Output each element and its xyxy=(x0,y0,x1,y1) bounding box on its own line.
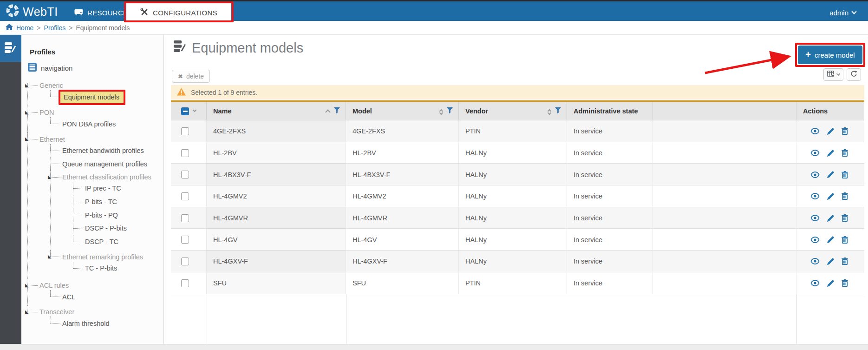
nav-tab-configurations[interactable]: CONFIGURATIONS xyxy=(126,3,231,22)
sort-asc-icon[interactable] xyxy=(325,109,330,114)
eye-icon[interactable] xyxy=(810,172,820,178)
trash-icon[interactable] xyxy=(842,171,848,178)
tree-node-transceiver[interactable]: ◣Transceiver Alarm threshold xyxy=(32,305,163,332)
tree-node-tc-p-bits[interactable]: TC - P-bits xyxy=(78,262,163,275)
tree-node-ethernet-remarking-profiles[interactable]: ◣Ethernet remarking profiles TC - P-bits xyxy=(55,250,163,277)
trash-icon[interactable] xyxy=(842,279,848,287)
tree-expander-icon[interactable]: ◣ xyxy=(48,252,52,261)
sort-icon[interactable] xyxy=(548,108,551,114)
tree-node-queue-management-profiles[interactable]: Queue management profiles xyxy=(55,157,163,171)
row-checkbox[interactable] xyxy=(181,236,189,244)
funnel-icon[interactable] xyxy=(334,107,340,115)
tree-expander-icon[interactable]: ◣ xyxy=(25,81,29,90)
pencil-icon[interactable] xyxy=(827,150,834,157)
pencil-icon[interactable] xyxy=(827,236,834,243)
column-header-name[interactable]: Name xyxy=(207,102,346,120)
tree-node-ip-prec-tc[interactable]: IP prec - TC xyxy=(78,182,163,195)
tree-node-ethernet-classification-profiles[interactable]: ◣Ethernet classification profiles IP pre… xyxy=(55,171,163,251)
eye-icon[interactable] xyxy=(810,237,820,243)
row-checkbox[interactable] xyxy=(181,279,189,287)
columns-button[interactable] xyxy=(823,68,843,81)
cell-name: HL-4GXV-F xyxy=(207,251,346,272)
cell-model: HL-4GV xyxy=(346,229,459,251)
tree-node-pon-dba-profiles[interactable]: PON DBA profiles xyxy=(55,117,163,131)
chevron-down-icon[interactable] xyxy=(193,108,196,112)
row-checkbox[interactable] xyxy=(181,149,189,157)
select-all-checkbox[interactable] xyxy=(181,107,189,115)
tree-node-acl-rules[interactable]: ◣ACL rules ACL xyxy=(32,279,163,305)
profiles-icon xyxy=(174,40,187,56)
trash-icon[interactable] xyxy=(842,192,848,200)
eye-icon[interactable] xyxy=(810,280,820,286)
eye-icon[interactable] xyxy=(810,193,820,199)
tree-node-alarm-threshold[interactable]: Alarm threshold xyxy=(55,317,163,330)
tree-node-pon[interactable]: ◣PON PON DBA profiles xyxy=(32,106,163,132)
tree-node-equipment-models[interactable]: Equipment models xyxy=(55,90,163,104)
pencil-icon[interactable] xyxy=(827,280,834,287)
trash-icon[interactable] xyxy=(842,127,848,135)
eye-icon[interactable] xyxy=(810,128,820,134)
tree-node-dscp-tc[interactable]: DSCP - TC xyxy=(78,235,163,249)
sidebar-item-navigation[interactable]: navigation xyxy=(28,63,163,73)
chevron-down-icon xyxy=(836,72,840,75)
column-separator[interactable] xyxy=(796,294,797,344)
tree-node-acl[interactable]: ACL xyxy=(55,290,163,304)
tree-expander-icon[interactable]: ◣ xyxy=(25,134,29,144)
column-header-state[interactable]: Administrative state xyxy=(567,102,653,120)
tree-node-dscp-p-bits[interactable]: DSCP - P-bits xyxy=(78,222,163,235)
home-icon[interactable] xyxy=(6,24,13,32)
cell-model: SFU xyxy=(346,272,459,294)
column-header-model[interactable]: Model xyxy=(346,102,459,120)
tree-expander-icon[interactable]: ◣ xyxy=(25,108,29,117)
tree-expander-icon[interactable]: ◣ xyxy=(25,307,29,317)
cell-blank xyxy=(653,185,796,207)
funnel-icon[interactable] xyxy=(447,107,453,115)
eye-icon[interactable] xyxy=(810,150,820,156)
tree-expander-icon[interactable]: ◣ xyxy=(48,172,52,182)
pencil-icon[interactable] xyxy=(827,128,834,135)
user-name: admin xyxy=(829,9,848,17)
column-header-vendor[interactable]: Vendor xyxy=(459,102,567,120)
trash-icon[interactable] xyxy=(842,236,848,244)
cell-name: SFU xyxy=(207,272,346,294)
trash-icon[interactable] xyxy=(842,214,848,222)
tree-expander-icon[interactable]: ◣ xyxy=(25,281,29,290)
pencil-icon[interactable] xyxy=(827,193,834,200)
breadcrumb-separator: > xyxy=(37,24,40,32)
trash-icon[interactable] xyxy=(842,258,848,265)
select-all-header[interactable] xyxy=(171,102,207,120)
tree-node-ethernet[interactable]: ◣Ethernet Ethernet bandwidth profiles Qu… xyxy=(32,132,163,279)
eye-icon[interactable] xyxy=(810,215,820,221)
trash-icon[interactable] xyxy=(842,149,848,157)
column-separator[interactable] xyxy=(207,294,207,344)
row-select-cell xyxy=(171,185,207,207)
row-checkbox[interactable] xyxy=(181,127,189,135)
pencil-icon[interactable] xyxy=(827,258,834,265)
breadcrumb-profiles-link[interactable]: Profiles xyxy=(44,24,66,32)
funnel-icon[interactable] xyxy=(555,107,561,115)
tree-node-ethernet-bandwidth-profiles[interactable]: Ethernet bandwidth profiles xyxy=(55,144,163,158)
pencil-icon[interactable] xyxy=(827,171,834,178)
tree-node-p-bits-pq[interactable]: P-bits - PQ xyxy=(78,208,163,222)
row-checkbox[interactable] xyxy=(181,171,189,178)
delete-button[interactable]: ✖ delete xyxy=(172,70,210,83)
row-checkbox[interactable] xyxy=(181,214,189,222)
cell-vendor: HALNy xyxy=(459,142,567,164)
user-menu[interactable]: admin xyxy=(829,3,856,22)
sort-icon[interactable] xyxy=(440,108,443,114)
row-checkbox[interactable] xyxy=(181,258,189,265)
logo-text: WebTI xyxy=(23,5,58,19)
webti-logo[interactable]: WebTI xyxy=(6,4,58,20)
row-checkbox[interactable] xyxy=(181,192,189,200)
tree-node-p-bits-tc[interactable]: P-bits - TC xyxy=(78,195,163,209)
column-separator[interactable] xyxy=(346,294,346,344)
eye-icon[interactable] xyxy=(810,258,820,264)
sidebar-title: Profiles xyxy=(30,48,163,56)
profiles-rail-button[interactable] xyxy=(0,35,21,62)
create-model-button[interactable]: + create model xyxy=(798,46,862,64)
cell-blank xyxy=(653,272,796,294)
refresh-button[interactable] xyxy=(847,68,861,81)
pencil-icon[interactable] xyxy=(827,215,834,222)
breadcrumb-home-link[interactable]: Home xyxy=(16,24,33,32)
tree-node-generic[interactable]: ◣Generic Equipment models xyxy=(32,79,163,106)
